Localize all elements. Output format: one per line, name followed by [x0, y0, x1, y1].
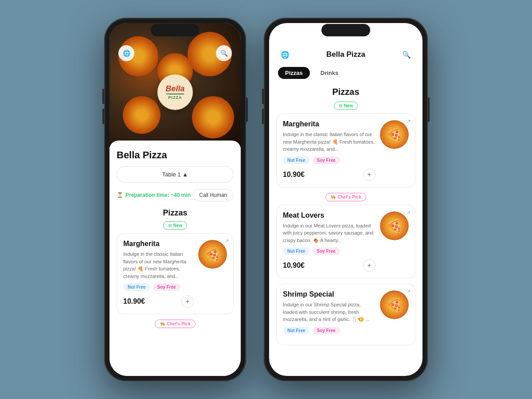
left-content-area: Bella Pizza Table 1 ▲ ⏳ Preparation time… [110, 141, 241, 376]
item-price: 10.90€ [123, 297, 145, 305]
add-to-cart-button[interactable]: + [181, 295, 194, 308]
tag-soy-r3: Soy Free [313, 327, 340, 334]
menu-info-r3: Shrimp Special Indulge in our Shrimp Spe… [283, 290, 376, 339]
item-desc: Indulge in the classic Italian flavors o… [123, 250, 194, 280]
tag-soy-free: Soy Free [153, 283, 180, 291]
menu-card-inner: Margherita Indulge in the classic Italia… [123, 240, 227, 308]
pizza-decoration [192, 96, 234, 138]
price-row: 10.90€ + [123, 295, 194, 308]
prep-time-text: Preparation time: ~40 min [125, 192, 191, 198]
price-r1: 10.90€ [283, 171, 305, 179]
right-badge-new: ⊙ New [334, 102, 358, 110]
pizza-thumbnail: 🍕 [198, 240, 227, 269]
right-badge-chefs: 👨‍🍳 Chef's Pick [325, 193, 366, 201]
badge-row-margherita: ⊙ New [117, 221, 234, 230]
globe-button[interactable]: 🌐 [118, 45, 134, 61]
restaurant-logo: Bella PIZZA [157, 74, 193, 110]
search-icon-right: 🔍 [402, 51, 411, 59]
badge-chefs-pick: 👨‍🍳 Chef's Pick [155, 320, 196, 328]
new-icon-right: ⊙ [339, 103, 342, 108]
tag-soy-r2: Soy Free [313, 247, 340, 255]
price-row-r2: 10.90€ + [283, 259, 376, 272]
new-icon: ⊙ [168, 223, 172, 228]
right-badge-row-meat: 👨‍🍳 Chef's Pick [276, 193, 415, 201]
pizza-thumb-r2: 🍕 [380, 211, 409, 240]
search-button-right[interactable]: 🔍 [399, 47, 414, 62]
restaurant-name: Bella Pizza [117, 149, 234, 161]
table-label: Table 1 ▲ [162, 171, 188, 178]
section-title-pizzas: Pizzas [117, 208, 234, 218]
prep-row: ⏳ Preparation time: ~40 min Call Human [117, 189, 234, 201]
chefs-icon: 👨‍🍳 [160, 321, 165, 326]
price-r2: 10.90€ [283, 262, 305, 270]
table-selector[interactable]: Table 1 ▲ [117, 166, 234, 183]
left-phone: Bella PIZZA 🌐 🔍 Bella Pizza Table 1 ▲ ⏳ [104, 18, 246, 381]
globe-icon-right: 🌐 [281, 51, 289, 59]
globe-icon: 🌐 [123, 50, 130, 57]
expand-icon[interactable]: ↗ [225, 238, 229, 244]
logo-text-pizza: PIZZA [168, 95, 182, 100]
tag-nut-r2: Nut Free [283, 247, 310, 255]
menu-card-inner-r3: Shrimp Special Indulge in our Shrimp Spe… [283, 290, 409, 339]
expand-icon-r1[interactable]: ↗ [407, 118, 411, 124]
item-desc-r3: Indulge in our Shrimp Special pizza, loa… [283, 301, 376, 323]
search-button[interactable]: 🔍 [216, 45, 232, 61]
tag-soy-r1: Soy Free [313, 156, 340, 164]
call-human-button[interactable]: Call Human [192, 189, 234, 201]
tag-nut-r3: Nut Free [283, 327, 310, 334]
chefs-icon-r: 👨‍🍳 [330, 195, 336, 200]
app-title: Bella Pizza [326, 50, 365, 59]
tab-pizzas[interactable]: Pizzas [278, 67, 310, 79]
add-button-r1[interactable]: + [363, 168, 376, 181]
tag-row-r3: Nut Free Soy Free [283, 327, 376, 334]
right-phone: 🌐 Bella Pizza 🔍 Pizzas Drinks Pizzas ⊙ [264, 18, 428, 381]
menu-card-inner-r1: Margherita Indulge in the classic Italia… [283, 120, 409, 181]
add-button-r2[interactable]: + [363, 259, 376, 272]
tag-row-r1: Nut Free Soy Free [283, 156, 376, 164]
item-desc-r1: Indulge in the classic Italian flavors o… [283, 131, 376, 153]
tag-nut-free: Nut Free [123, 283, 150, 291]
pizza-decoration [123, 96, 160, 134]
pizza-thumb-r3: 🍕 [380, 290, 409, 319]
right-section-title: Pizzas [276, 84, 415, 97]
hero-image: Bella PIZZA 🌐 🔍 [110, 23, 241, 147]
pizza-img-r1: 🍕 [380, 120, 409, 149]
menu-info-r2: Meat Lovers Indulge in our Meat Lovers p… [283, 211, 376, 272]
item-name: Margherita [123, 240, 194, 248]
right-menu-card-margherita[interactable]: ↗ Margherita Indulge in the classic Ital… [276, 113, 415, 188]
tag-nut-r1: Nut Free [283, 156, 310, 164]
right-menu-card-shrimp[interactable]: ↗ Shrimp Special Indulge in our Shrimp S… [276, 284, 415, 345]
item-name-r3: Shrimp Special [283, 290, 376, 298]
pizza-thumb-r1: 🍕 [380, 120, 409, 149]
badge-new-margherita: ⊙ New [163, 221, 188, 230]
prep-time: ⏳ Preparation time: ~40 min [117, 192, 191, 198]
expand-icon-r2[interactable]: ↗ [407, 210, 411, 215]
tag-row: Nut Free Soy Free [123, 283, 194, 291]
right-badge-row-margherita: ⊙ New [276, 102, 415, 110]
menu-card-inner-r2: Meat Lovers Indulge in our Meat Lovers p… [283, 211, 409, 272]
menu-info-r1: Margherita Indulge in the classic Italia… [283, 120, 376, 181]
logo-divider [166, 94, 184, 94]
tab-drinks[interactable]: Drinks [313, 67, 345, 79]
pizza-image: 🍕 [198, 240, 227, 269]
expand-icon-r3[interactable]: ↗ [407, 289, 411, 294]
right-menu-card-meat[interactable]: ↗ Meat Lovers Indulge in our Meat Lovers… [276, 205, 415, 279]
pizza-img-r2: 🍕 [380, 211, 409, 240]
item-name-r1: Margherita [283, 120, 376, 128]
globe-button-right[interactable]: 🌐 [278, 47, 292, 62]
tabs-row: Pizzas Drinks [269, 67, 422, 84]
badge-row-chefs: 👨‍🍳 Chef's Pick [117, 320, 234, 328]
item-desc-r2: Indulge in our Meat Lovers pizza, loaded… [283, 222, 376, 244]
menu-card-info: Margherita Indulge in the classic Italia… [123, 240, 194, 308]
tag-row-r2: Nut Free Soy Free [283, 247, 376, 255]
right-content: Pizzas ⊙ New ↗ Margherita Indulge in the… [269, 84, 422, 364]
app-header: 🌐 Bella Pizza 🔍 [269, 47, 422, 67]
search-icon: 🔍 [220, 50, 228, 57]
pizza-img-r3: 🍕 [380, 290, 409, 319]
item-name-r2: Meat Lovers [283, 211, 376, 219]
price-row-r1: 10.90€ + [283, 168, 376, 181]
menu-card-margherita[interactable]: ↗ Margherita Indulge in the classic Ital… [117, 233, 234, 314]
logo-text-bella: Bella [165, 85, 184, 93]
hourglass-icon: ⏳ [117, 192, 123, 198]
